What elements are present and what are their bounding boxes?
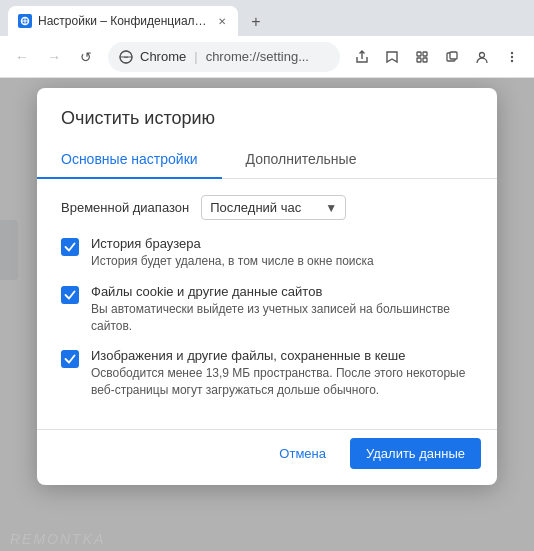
tab-advanced-settings[interactable]: Дополнительные bbox=[222, 141, 381, 179]
svg-rect-7 bbox=[423, 52, 427, 56]
svg-rect-8 bbox=[417, 58, 421, 62]
tab-close-button[interactable]: ✕ bbox=[214, 13, 230, 29]
cookies-text-block: Файлы cookie и другие данные сайтов Вы а… bbox=[91, 284, 473, 335]
forward-button[interactable]: → bbox=[40, 43, 68, 71]
svg-rect-6 bbox=[417, 52, 421, 56]
cache-checkbox[interactable] bbox=[61, 350, 79, 368]
active-tab[interactable]: Настройки – Конфиденциально ✕ bbox=[8, 6, 238, 36]
share-button[interactable] bbox=[348, 43, 376, 71]
dropdown-arrow-icon: ▼ bbox=[325, 201, 337, 215]
back-button[interactable]: ← bbox=[8, 43, 36, 71]
site-info-icon bbox=[118, 49, 134, 65]
dialog-title: Очистить историю bbox=[61, 108, 473, 129]
page-content: Очистить историю Основные настройки Допо… bbox=[0, 78, 534, 551]
svg-point-14 bbox=[511, 55, 513, 57]
time-range-value: Последний час bbox=[210, 200, 301, 215]
address-bar[interactable]: Chrome | chrome://setting... bbox=[108, 42, 340, 72]
window-button[interactable] bbox=[438, 43, 466, 71]
address-url: chrome://setting... bbox=[206, 49, 309, 64]
cookies-description: Вы автоматически выйдете из учетных запи… bbox=[91, 301, 473, 335]
cookies-title: Файлы cookie и другие данные сайтов bbox=[91, 284, 473, 299]
dialog-footer: Отмена Удалить данные bbox=[37, 429, 497, 485]
history-checkbox[interactable] bbox=[61, 238, 79, 256]
reload-button[interactable]: ↺ bbox=[72, 43, 100, 71]
dialog-header: Очистить историю bbox=[37, 88, 497, 129]
toolbar-actions bbox=[348, 43, 526, 71]
history-checkbox-item: История браузера История будет удалена, … bbox=[61, 236, 473, 270]
tab-basic-settings[interactable]: Основные настройки bbox=[37, 141, 222, 179]
time-range-row: Временной диапазон Последний час ▼ bbox=[61, 195, 473, 220]
new-tab-button[interactable]: + bbox=[242, 8, 270, 36]
svg-point-15 bbox=[511, 59, 513, 61]
svg-point-12 bbox=[480, 52, 485, 57]
extensions-button[interactable] bbox=[408, 43, 436, 71]
cache-title: Изображения и другие файлы, сохраненные … bbox=[91, 348, 473, 363]
dialog-tabs: Основные настройки Дополнительные bbox=[37, 141, 497, 179]
svg-point-13 bbox=[511, 51, 513, 53]
svg-marker-5 bbox=[387, 52, 397, 62]
cookies-checkbox[interactable] bbox=[61, 286, 79, 304]
tab-favicon-icon bbox=[18, 14, 32, 28]
cache-text-block: Изображения и другие файлы, сохраненные … bbox=[91, 348, 473, 399]
clear-history-dialog: Очистить историю Основные настройки Допо… bbox=[37, 88, 497, 485]
toolbar: ← → ↺ Chrome | chrome://setting... bbox=[0, 36, 534, 78]
cache-checkbox-wrapper bbox=[61, 350, 79, 368]
bookmark-button[interactable] bbox=[378, 43, 406, 71]
tab-bar: Настройки – Конфиденциально ✕ + bbox=[0, 0, 534, 36]
time-range-label: Временной диапазон bbox=[61, 200, 189, 215]
tab-title: Настройки – Конфиденциально bbox=[38, 14, 208, 28]
dialog-overlay: Очистить историю Основные настройки Допо… bbox=[0, 78, 534, 551]
dialog-body: Временной диапазон Последний час ▼ bbox=[37, 179, 497, 429]
history-title: История браузера bbox=[91, 236, 473, 251]
cache-description: Освободится менее 13,9 МБ пространства. … bbox=[91, 365, 473, 399]
menu-button[interactable] bbox=[498, 43, 526, 71]
history-checkbox-wrapper bbox=[61, 238, 79, 256]
cancel-button[interactable]: Отмена bbox=[263, 438, 342, 469]
history-text-block: История браузера История будет удалена, … bbox=[91, 236, 473, 270]
time-range-select[interactable]: Последний час ▼ bbox=[201, 195, 346, 220]
svg-rect-9 bbox=[423, 58, 427, 62]
profile-button[interactable] bbox=[468, 43, 496, 71]
delete-data-button[interactable]: Удалить данные bbox=[350, 438, 481, 469]
svg-rect-11 bbox=[450, 52, 457, 59]
browser-frame: Настройки – Конфиденциально ✕ + ← → ↺ Ch… bbox=[0, 0, 534, 551]
history-description: История будет удалена, в том числе в окн… bbox=[91, 253, 473, 270]
cookies-checkbox-item: Файлы cookie и другие данные сайтов Вы а… bbox=[61, 284, 473, 335]
cookies-checkbox-wrapper bbox=[61, 286, 79, 304]
cache-checkbox-item: Изображения и другие файлы, сохраненные … bbox=[61, 348, 473, 399]
address-chrome-label: Chrome bbox=[140, 49, 186, 64]
address-separator: | bbox=[194, 49, 197, 64]
